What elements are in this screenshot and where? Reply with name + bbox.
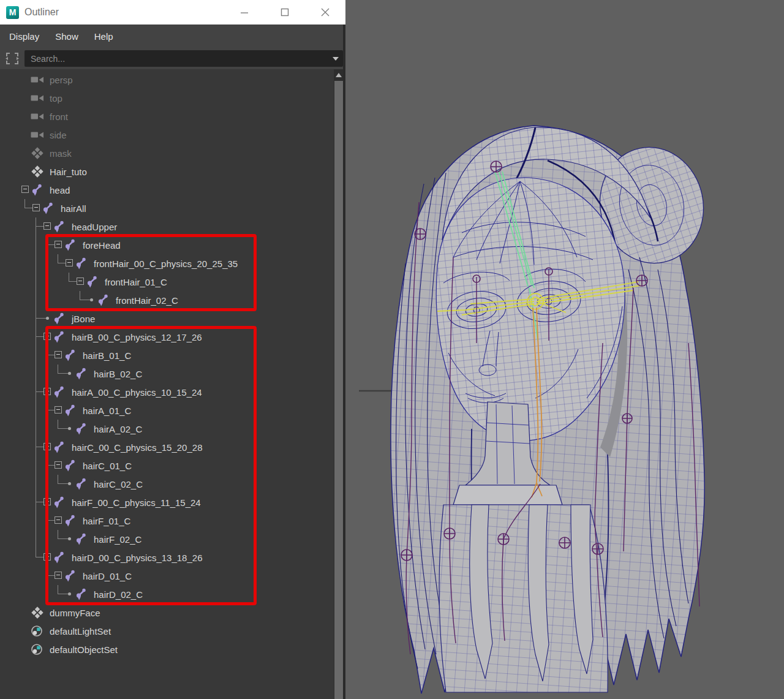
- minus-box-icon: [55, 461, 62, 469]
- scrollbar-thumb[interactable]: [334, 81, 343, 699]
- tree-item-hairB_00_C_physics_12_17_26[interactable]: hairB_00_C_physics_12_17_26: [0, 328, 333, 346]
- tree-guide: [42, 346, 53, 365]
- tree-guide: [31, 328, 42, 346]
- expand-toggle[interactable]: [75, 273, 86, 291]
- tree-item-dummyFace[interactable]: dummyFace: [0, 603, 333, 622]
- set-icon: [31, 147, 44, 159]
- minus-box-icon: [32, 204, 40, 211]
- viewport-3d[interactable]: [345, 0, 784, 699]
- tree-guide: [20, 585, 31, 603]
- tree-item-hairB_01_C[interactable]: hairB_01_C: [0, 346, 333, 365]
- tree-marker: [20, 126, 31, 144]
- tree-item-hairB_02_C[interactable]: hairB_02_C: [0, 365, 333, 383]
- expand-toggle[interactable]: [53, 512, 64, 530]
- expand-toggle[interactable]: [53, 567, 64, 585]
- expand-toggle[interactable]: [31, 199, 42, 217]
- expand-toggle[interactable]: [42, 217, 53, 236]
- close-button[interactable]: [305, 0, 345, 25]
- tree-item-headUpper[interactable]: headUpper: [0, 217, 333, 236]
- expand-toggle[interactable]: [53, 346, 64, 365]
- tree-item-hairF_01_C[interactable]: hairF_01_C: [0, 512, 333, 530]
- minimize-button[interactable]: [224, 0, 265, 25]
- tree-guide: [20, 291, 31, 309]
- objectset-icon: [31, 625, 43, 637]
- tree-item-hairF_02_C[interactable]: hairF_02_C: [0, 530, 333, 548]
- tree-guide: [31, 475, 42, 493]
- tree-item-hairA_00_C_physics_10_15_24[interactable]: hairA_00_C_physics_10_15_24: [0, 383, 333, 401]
- tree-item-frontHair_02_C[interactable]: frontHair_02_C: [0, 291, 333, 309]
- filter-icon[interactable]: [4, 51, 20, 66]
- tree-item-jBone[interactable]: jBone: [0, 309, 333, 328]
- tree-marker: [64, 475, 75, 493]
- tree-item-head[interactable]: head: [0, 181, 333, 199]
- tree-item-top[interactable]: top: [0, 89, 333, 107]
- expand-toggle[interactable]: [42, 328, 53, 346]
- menu-help[interactable]: Help: [86, 25, 121, 48]
- outliner-tree: persptopfrontsidemaskHair_tutoheadhairAl…: [0, 69, 333, 699]
- tree-item-label: frontHair_00_C_physics_20_25_35: [94, 259, 238, 269]
- triangle-up-icon: [336, 73, 342, 77]
- tree-guide: [42, 512, 53, 530]
- search-input[interactable]: [24, 54, 328, 64]
- tree-item-hairA_02_C[interactable]: hairA_02_C: [0, 420, 333, 438]
- joint-icon: [75, 368, 88, 380]
- tree-item-hairC_02_C[interactable]: hairC_02_C: [0, 475, 333, 493]
- expand-toggle[interactable]: [42, 548, 53, 567]
- tree-item-label: hairB_00_C_physics_12_17_26: [72, 332, 202, 342]
- menu-display[interactable]: Display: [1, 25, 47, 48]
- tree-item-label: hairC_02_C: [94, 479, 143, 489]
- expand-toggle[interactable]: [64, 254, 75, 273]
- expand-toggle[interactable]: [42, 438, 53, 456]
- joint-icon: [42, 202, 55, 214]
- tree-item-hairAll[interactable]: hairAll: [0, 199, 333, 217]
- expand-toggle[interactable]: [20, 181, 31, 199]
- tree-item-hairD_00_C_physics_13_18_26[interactable]: hairD_00_C_physics_13_18_26: [0, 548, 333, 567]
- leaf-dot-icon: [68, 427, 71, 430]
- tree-item-mask[interactable]: mask: [0, 144, 333, 162]
- scroll-up-button[interactable]: [334, 69, 344, 80]
- tree-item-foreHead[interactable]: foreHead: [0, 236, 333, 254]
- tree-item-hairF_00_C_physics_11_15_24[interactable]: hairF_00_C_physics_11_15_24: [0, 493, 333, 512]
- expand-toggle[interactable]: [42, 493, 53, 512]
- tree-item-side[interactable]: side: [0, 126, 333, 144]
- expand-toggle[interactable]: [53, 456, 64, 475]
- tree-item-front[interactable]: front: [0, 107, 333, 126]
- tree-guide: [31, 383, 42, 401]
- maximize-button[interactable]: [265, 0, 305, 25]
- tree-guide: [20, 328, 31, 346]
- tree-item-defaultObjectSet[interactable]: defaultObjectSet: [0, 640, 333, 659]
- expand-toggle[interactable]: [53, 401, 64, 420]
- tree-item-hairC_01_C[interactable]: hairC_01_C: [0, 456, 333, 475]
- tree-item-hairA_01_C[interactable]: hairA_01_C: [0, 401, 333, 420]
- tree-item-frontHair_01_C[interactable]: frontHair_01_C: [0, 273, 333, 291]
- tree-item-hairC_00_C_physics_15_20_28[interactable]: hairC_00_C_physics_15_20_28: [0, 438, 333, 456]
- expand-toggle[interactable]: [42, 383, 53, 401]
- tree-guide: [20, 548, 31, 567]
- tree-item-persp[interactable]: persp: [0, 70, 333, 89]
- tree-item-frontHair_00_C_physics_20_25_35[interactable]: frontHair_00_C_physics_20_25_35: [0, 254, 333, 273]
- expand-toggle[interactable]: [53, 236, 64, 254]
- tree-item-label: hairD_01_C: [83, 571, 132, 581]
- minus-box-icon: [43, 388, 51, 395]
- menubar: DisplayShowHelp: [0, 25, 343, 48]
- tree-guide: [42, 530, 53, 548]
- joint-icon: [86, 276, 99, 288]
- tree-guide: [53, 291, 64, 309]
- tree-guide: [42, 401, 53, 420]
- tree-guide: [20, 217, 31, 236]
- minus-box-icon: [55, 516, 62, 524]
- tree-guide: [42, 420, 53, 438]
- menu-show[interactable]: Show: [47, 25, 86, 48]
- tree-guide: [20, 420, 31, 438]
- joint-icon: [31, 184, 44, 196]
- search-dropdown-button[interactable]: [328, 56, 343, 61]
- viewport-canvas: [345, 0, 784, 699]
- tree-guide: [42, 254, 53, 273]
- tree-item-hairD_01_C[interactable]: hairD_01_C: [0, 567, 333, 585]
- tree-item-defaultLightSet[interactable]: defaultLightSet: [0, 622, 333, 640]
- tree-item-Hair_tuto[interactable]: Hair_tuto: [0, 162, 333, 181]
- tree-guide: [20, 254, 31, 273]
- tree-guide: [42, 273, 53, 291]
- tree-item-hairD_02_C[interactable]: hairD_02_C: [0, 585, 333, 603]
- tree-guide: [20, 456, 31, 475]
